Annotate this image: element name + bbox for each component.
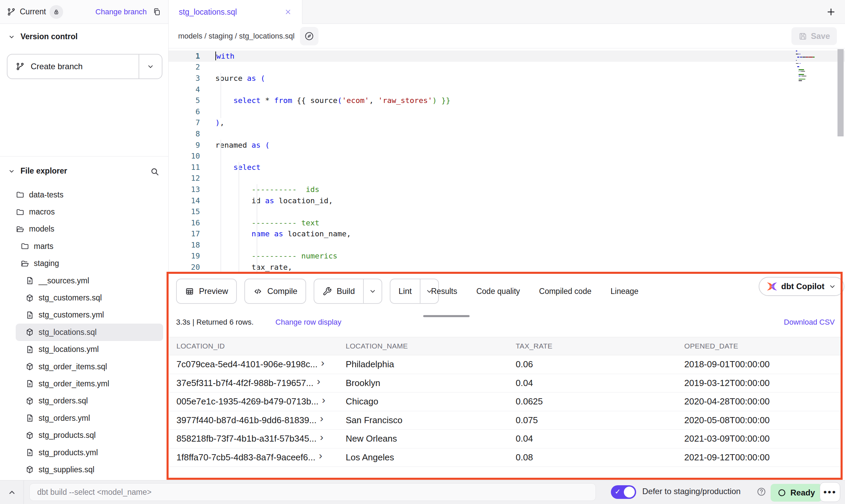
code-line-3[interactable]: 3source as ( bbox=[169, 73, 845, 84]
file-item-stg-supplies-sql[interactable]: stg_supplies.sql bbox=[16, 461, 163, 478]
tab-stg-locations-sql[interactable]: stg_locations.sql bbox=[169, 0, 302, 24]
more-options-button[interactable]: ••• bbox=[820, 482, 840, 502]
cell-location-name: Chicago bbox=[338, 396, 508, 407]
code-line-5[interactable]: 5 select * from {{ source('ecom', 'raw_s… bbox=[169, 95, 845, 106]
status-bar: dbt build --select <model_name> ✓ Defer … bbox=[0, 480, 845, 504]
branch-bar: Current Change branch bbox=[0, 0, 168, 24]
file-item-stg-orders-sql[interactable]: stg_orders.sql bbox=[16, 392, 163, 410]
line-number: 18 bbox=[169, 241, 205, 249]
line-number: 5 bbox=[169, 96, 205, 105]
expand-row-icon[interactable]: › bbox=[320, 433, 324, 442]
new-tab-plus-icon[interactable] bbox=[826, 7, 836, 17]
file-item-stg-orders-yml[interactable]: stg_orders.yml bbox=[16, 410, 163, 427]
defer-toggle[interactable]: ✓ bbox=[611, 485, 636, 499]
change-row-display-link[interactable]: Change row display bbox=[275, 318, 341, 327]
create-branch-button[interactable]: Create branch bbox=[7, 54, 162, 79]
code-line-20[interactable]: 20 tax_rate, bbox=[169, 262, 845, 273]
minimap-line bbox=[796, 54, 798, 55]
minimap[interactable] bbox=[796, 50, 835, 91]
command-placeholder: dbt build --select <model_name> bbox=[37, 488, 152, 497]
text-cursor bbox=[215, 51, 216, 60]
change-branch-link[interactable]: Change branch bbox=[96, 8, 147, 16]
chevron-up-icon[interactable] bbox=[7, 487, 17, 498]
code-line-4[interactable]: 4 bbox=[169, 84, 845, 95]
expand-row-icon[interactable]: › bbox=[320, 415, 324, 424]
ready-status-badge[interactable]: Ready bbox=[771, 484, 822, 502]
panel-tab-compiled-code[interactable]: Compiled code bbox=[539, 287, 591, 296]
file-item-macros[interactable]: macros bbox=[16, 203, 163, 220]
file-item-stg-locations-sql[interactable]: stg_locations.sql bbox=[16, 324, 163, 341]
cell-location-name: San Francisco bbox=[338, 415, 508, 426]
expand-row-icon[interactable]: › bbox=[322, 396, 325, 405]
code-text: ), bbox=[205, 118, 225, 127]
download-csv-link[interactable]: Download CSV bbox=[784, 318, 835, 327]
code-line-7[interactable]: 7), bbox=[169, 117, 845, 129]
code-line-12[interactable]: 12 bbox=[169, 173, 845, 184]
copilot-label: dbt Copilot bbox=[781, 282, 825, 291]
code-line-17[interactable]: 17 name as location_name, bbox=[169, 228, 845, 240]
code-line-9[interactable]: 9renamed as ( bbox=[169, 139, 845, 151]
code-line-14[interactable]: 14 id as location_id, bbox=[169, 195, 845, 206]
file-item-stg-customers-sql[interactable]: stg_customers.sql bbox=[16, 289, 163, 306]
help-question-icon[interactable] bbox=[756, 487, 767, 497]
file-item-stg-locations-yml[interactable]: stg_locations.yml bbox=[16, 341, 163, 358]
file-label: stg_orders.yml bbox=[39, 414, 90, 423]
file-item-data-tests[interactable]: data-tests bbox=[16, 186, 163, 203]
code-text: with bbox=[205, 51, 234, 60]
build-dropdown[interactable] bbox=[363, 279, 382, 303]
file-item-stg-order-items-sql[interactable]: stg_order_items.sql bbox=[16, 358, 163, 375]
panel-tab-code-quality[interactable]: Code quality bbox=[476, 287, 520, 296]
file-item-stg-products-yml[interactable]: stg_products.yml bbox=[16, 444, 163, 461]
expand-row-icon[interactable]: › bbox=[319, 452, 322, 461]
command-input[interactable]: dbt build --select <model_name> bbox=[29, 483, 596, 501]
code-line-15[interactable]: 15 bbox=[169, 206, 845, 217]
build-button[interactable]: Build bbox=[314, 279, 382, 304]
compile-button[interactable]: Compile bbox=[244, 279, 306, 304]
file-item-staging[interactable]: staging bbox=[16, 255, 163, 272]
version-control-header[interactable]: Version control bbox=[8, 32, 77, 41]
file-item-models[interactable]: models bbox=[16, 221, 163, 238]
expand-row-icon[interactable]: › bbox=[321, 359, 324, 368]
preview-button[interactable]: Preview bbox=[176, 279, 237, 304]
code-line-13[interactable]: 13 ---------- ids bbox=[169, 184, 845, 195]
dbt-copilot-button[interactable]: dbt Copilot bbox=[759, 277, 844, 296]
file-explorer-header[interactable]: File explorer bbox=[8, 166, 67, 176]
file-item-marts[interactable]: marts bbox=[16, 238, 163, 255]
line-number: 16 bbox=[169, 219, 205, 227]
minimap-line bbox=[800, 71, 801, 72]
statusbar-divider bbox=[24, 480, 24, 504]
lineage-compass-icon[interactable] bbox=[300, 27, 318, 45]
save-button[interactable]: Save bbox=[791, 27, 837, 45]
minimap-line bbox=[801, 71, 805, 72]
code-editor[interactable]: 1with23source as (45 select * from {{ so… bbox=[169, 48, 845, 274]
panel-tab-lineage[interactable]: Lineage bbox=[611, 287, 639, 296]
panel-tab-results[interactable]: Results bbox=[431, 287, 457, 296]
code-line-2[interactable]: 2 bbox=[169, 62, 845, 73]
close-tab-icon[interactable] bbox=[284, 8, 292, 16]
minimap-line bbox=[809, 57, 813, 58]
file-item-stg-products-sql[interactable]: stg_products.sql bbox=[16, 427, 163, 444]
code-line-19[interactable]: 19 ---------- numerics bbox=[169, 251, 845, 262]
code-line-8[interactable]: 8 bbox=[169, 128, 845, 139]
create-branch-dropdown[interactable] bbox=[139, 55, 162, 78]
file-item--sources-yml[interactable]: __sources.yml bbox=[16, 272, 163, 289]
search-icon[interactable] bbox=[150, 167, 159, 176]
editor-scrollbar-thumb[interactable] bbox=[837, 49, 844, 136]
code-line-10[interactable]: 10 bbox=[169, 150, 845, 162]
query-summary: 3.3s | Returned 6 rows. bbox=[176, 318, 254, 327]
expand-row-icon[interactable]: › bbox=[317, 378, 320, 387]
lint-label: Lint bbox=[399, 286, 412, 296]
code-line-1[interactable]: 1with bbox=[169, 50, 845, 62]
file-item-stg-order-items-yml[interactable]: stg_order_items.yml bbox=[16, 375, 163, 392]
file-item-stg-customers-yml[interactable]: stg_customers.yml bbox=[16, 307, 163, 324]
file-label: stg_locations.sql bbox=[39, 328, 97, 337]
code-line-18[interactable]: 18 bbox=[169, 239, 845, 251]
code-line-16[interactable]: 16 ---------- text bbox=[169, 217, 845, 228]
defer-label: Defer to staging/production bbox=[642, 487, 741, 496]
copy-branch-icon[interactable] bbox=[152, 7, 161, 16]
minimap-line bbox=[798, 54, 799, 55]
code-line-6[interactable]: 6 bbox=[169, 106, 845, 117]
doc-icon bbox=[25, 448, 34, 457]
code-line-11[interactable]: 11 select bbox=[169, 162, 845, 173]
line-number: 2 bbox=[169, 63, 205, 71]
